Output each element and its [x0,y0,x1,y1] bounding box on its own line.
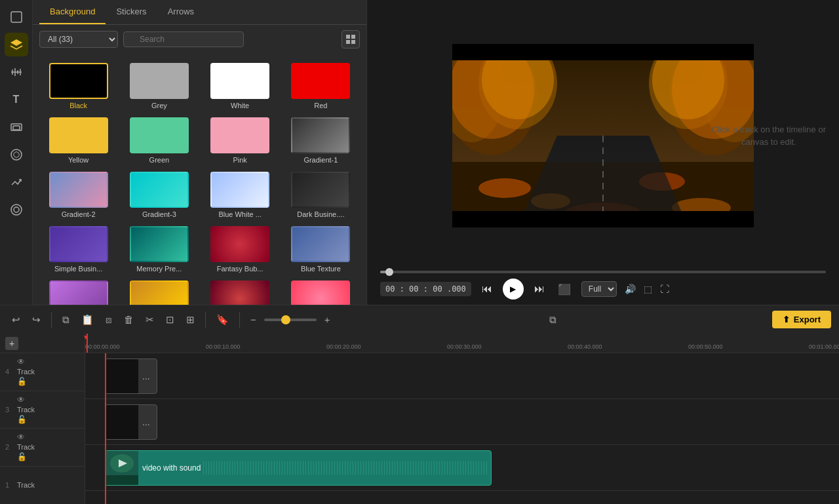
bg-item-green[interactable]: Green [119,113,199,168]
stop-button[interactable]: ⬛ [555,281,574,298]
bg-item-yellow[interactable]: Yellow [38,113,119,168]
track-row-1 [85,491,839,504]
bg-item-bluetex[interactable]: Blue Texture [281,222,361,277]
tab-arrows[interactable]: Arrows [157,0,205,24]
category-select[interactable]: All (33) Solid Gradient Business [39,31,118,48]
bg-item-memorypre[interactable]: Memory Pre... [119,222,199,277]
bg-thumb-white [210,63,269,99]
bg-item-row4c[interactable] [200,277,281,305]
bg-label-yellow: Yellow [68,156,88,164]
grid-view-button[interactable] [341,30,360,48]
progress-thumb[interactable] [385,268,393,276]
track-lock-3[interactable]: 🔓 [17,415,79,424]
bg-item-black[interactable]: Black [38,59,119,113]
bg-item-gradient1[interactable]: Gradient-1 [281,113,361,168]
bg-item-gradient2[interactable]: Gradient-2 [38,168,119,222]
bg-label-gradient3: Gradient-3 [142,210,176,218]
search-input[interactable] [123,31,244,47]
bg-item-row4b[interactable] [119,277,199,305]
copy-button[interactable]: ⧉ [58,311,73,328]
audio-icon[interactable] [5,60,28,84]
bottom-toolbar: ↩ ↪ ⧉ 📋 ⧇ 🗑 ✂ ⊡ ⊞ 🔖 − + ⧉ ⬆ Export [0,305,839,334]
play-button[interactable]: ▶ [503,279,524,300]
bg-thumb-fantasybub [210,226,269,262]
bg-label-bluetex: Blue Texture [301,265,341,273]
delete-button[interactable]: 🗑 [120,311,138,328]
bg-thumb-pink [210,117,269,153]
track-name-3: Track [17,406,79,414]
bg-item-simplebiz[interactable]: Simple Busin... [38,222,119,277]
trim-button[interactable]: ⊞ [182,311,199,328]
overlay-icon[interactable] [5,115,28,139]
track-num-1: 1 [5,481,14,489]
bookmark-button[interactable]: 🔖 [212,311,233,328]
redo-button[interactable]: ↪ [28,311,45,328]
add-track-button[interactable]: + [5,337,18,350]
track-eye-4[interactable]: 👁 [17,357,79,366]
bg-item-darkbiz[interactable]: Dark Busine.... [281,168,361,222]
aspect-ratio-button[interactable]: ⬚ [644,284,652,294]
sticker-icon[interactable] [5,198,28,222]
svg-rect-41 [106,475,138,485]
cut-button[interactable]: ✂ [142,311,158,328]
track-eye-3[interactable]: 👁 [17,395,79,404]
preview-area: Click a track on the timeline orcanvas t… [367,0,839,305]
bg-item-fantasybub[interactable]: Fantasy Bub... [200,222,281,277]
bg-thumb-gradient3 [130,172,189,208]
ruler-mark-6: 00:01:00.000 [809,343,839,350]
split-button[interactable]: ⊡ [162,311,178,328]
copy-timeline-button[interactable]: ⧉ [545,311,560,328]
bg-thumb-yellow [49,117,108,153]
bg-item-row4a[interactable] [38,277,119,305]
track-label-4: 4 👁 Track 🔓 [0,353,85,391]
paste-button[interactable]: 📋 [77,311,98,328]
bg-label-green: Green [149,156,170,164]
quality-select[interactable]: Full 1/2 1/4 [581,281,617,297]
tab-background[interactable]: Background [39,0,106,24]
ruler-mark-2: 00:00:20.000 [326,343,361,350]
bg-item-bluewhite[interactable]: Blue White ... [200,168,281,222]
track-num-3: 3 [5,406,14,414]
zoom-in-button[interactable]: + [321,311,334,328]
text-icon[interactable]: T [5,88,28,111]
timeline-area: + 00:00:00.000 00:00:10.000 00:00:20.000… [0,334,839,504]
undo-button[interactable]: ↩ [8,311,24,328]
tab-stickers[interactable]: Stickers [106,0,157,24]
bg-item-row4d[interactable] [281,277,361,305]
effects-icon[interactable] [5,143,28,166]
bg-item-gradient3[interactable]: Gradient-3 [119,168,199,222]
transition-icon[interactable] [5,170,28,194]
track-label-1: 1 Track [0,467,85,504]
clip-track4[interactable]: ... [105,359,157,394]
clip-track3[interactable]: ... [105,404,157,440]
track-eye-2[interactable]: 👁 [17,433,79,442]
track-label-3: 3 👁 Track 🔓 [0,391,85,429]
bg-item-white[interactable]: White [200,59,281,113]
bg-thumb-row4c [210,281,269,305]
layers-icon[interactable] [5,33,28,56]
bg-item-red[interactable]: Red [281,59,361,113]
step-back-button[interactable]: ⏮ [479,281,495,298]
fullscreen-button[interactable]: ⛶ [660,284,669,294]
bg-thumb-simplebiz [49,226,108,262]
duplicate-button[interactable]: ⧇ [102,311,116,328]
bg-item-grey[interactable]: Grey [119,59,199,113]
svg-rect-13 [351,35,355,39]
zoom-slider[interactable] [264,319,317,321]
project-icon[interactable] [5,5,28,29]
clip-black-bg [106,359,138,393]
progress-bar[interactable] [380,271,826,273]
ruler-mark-1: 00:00:10.000 [206,343,241,350]
bg-thumb-row4a [49,281,108,305]
bg-item-pink[interactable]: Pink [200,113,281,168]
track-lock-2[interactable]: 🔓 [17,452,79,461]
zoom-out-button[interactable]: − [246,311,260,328]
clip-track2-video[interactable]: video with sound [105,450,492,486]
step-forward-button[interactable]: ⏭ [532,281,547,298]
clip-dots-track3: ... [138,417,154,427]
export-button[interactable]: ⬆ Export [772,311,831,328]
track-lock-4[interactable]: 🔓 [17,377,79,386]
tracks-labels: 4 👁 Track 🔓 3 👁 Track 🔓 2 [0,353,85,504]
volume-icon[interactable]: 🔊 [625,284,636,294]
bg-thumb-bluetex [291,226,350,262]
